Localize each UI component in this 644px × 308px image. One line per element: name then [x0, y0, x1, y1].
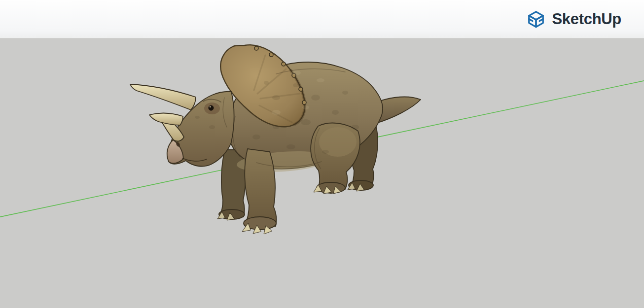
top-bar: SketchUp [0, 0, 644, 38]
viewport-canvas[interactable] [0, 38, 644, 308]
sketchup-wordmark: SketchUp [552, 11, 621, 27]
sketchup-logo-icon [527, 10, 545, 29]
3d-viewport[interactable] [0, 38, 644, 308]
sketchup-cube [529, 11, 543, 27]
near-front-leg[interactable] [242, 149, 276, 234]
sketchup-window: SketchUp [0, 0, 644, 308]
sketchup-brand: SketchUp [527, 10, 621, 29]
